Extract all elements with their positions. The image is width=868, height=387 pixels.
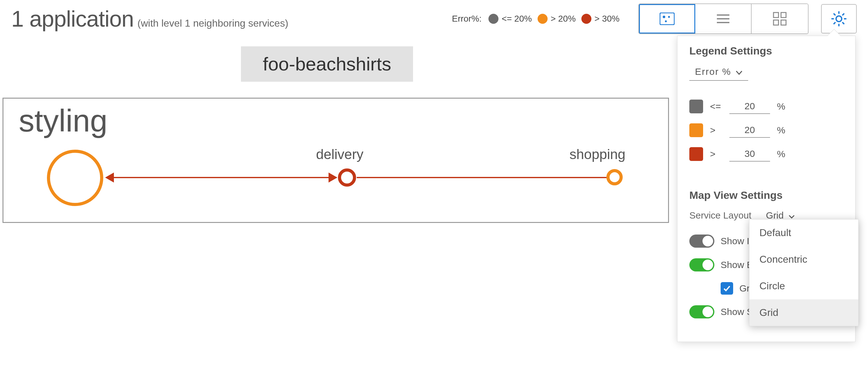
svg-point-1 [663, 16, 665, 18]
svg-point-2 [668, 16, 670, 18]
layout-option-circle[interactable]: Circle [749, 273, 858, 299]
svg-rect-8 [781, 12, 786, 18]
svg-point-3 [665, 20, 667, 22]
header: 1 application (with level 1 neighboring … [0, 0, 868, 34]
legend-text-1: <= 20% [502, 14, 532, 24]
svg-rect-0 [660, 13, 674, 25]
threshold-op-2: > [710, 125, 722, 136]
legend-dot-orange [537, 14, 548, 24]
legend-item-3: > 30% [581, 14, 620, 24]
svg-point-11 [836, 16, 842, 22]
svg-rect-10 [781, 20, 786, 25]
svg-line-19 [842, 13, 844, 16]
gear-icon [831, 11, 847, 27]
legend-text-3: > 30% [594, 14, 620, 24]
title-block: 1 application (with level 1 neighboring … [11, 6, 452, 32]
service-node-styling[interactable] [47, 150, 103, 206]
settings-button[interactable] [821, 4, 857, 33]
edge-styling-delivery[interactable] [112, 177, 337, 178]
swatch-orange[interactable] [689, 123, 703, 137]
svg-line-16 [834, 13, 835, 16]
legend-dot-red [581, 14, 591, 24]
service-node-delivery[interactable] [338, 169, 356, 187]
legend-inline: Error%: <= 20% > 20% > 30% [452, 14, 620, 24]
grid-icon [773, 12, 787, 26]
svg-rect-7 [774, 12, 778, 18]
legend-item-1: <= 20% [489, 14, 532, 24]
list-icon [716, 13, 731, 24]
swatch-red[interactable] [689, 147, 703, 161]
threshold-value-2[interactable] [730, 123, 770, 138]
svg-rect-9 [774, 20, 778, 25]
legend-threshold-row-2: > % [689, 123, 843, 138]
page-subtitle: (with level 1 neighboring services) [137, 18, 288, 29]
legend-threshold-row-1: <= % [689, 99, 843, 114]
layout-option-default[interactable]: Default [749, 219, 858, 246]
svg-line-18 [834, 22, 835, 24]
application-chip[interactable]: foo-beachshirts [241, 46, 413, 82]
legend-dot-grey [489, 14, 498, 24]
threshold-op-3: > [710, 149, 722, 159]
show-isolated-toggle[interactable] [689, 235, 714, 248]
service-label-shopping: shopping [569, 147, 625, 162]
svg-line-17 [842, 22, 844, 24]
list-view-button[interactable] [695, 4, 752, 33]
map-view-settings-title: Map View Settings [689, 189, 843, 201]
grid-view-button[interactable] [752, 4, 808, 33]
view-button-group [638, 3, 809, 34]
layout-option-concentric[interactable]: Concentric [749, 246, 858, 273]
map-view-button[interactable] [639, 4, 695, 33]
layout-option-grid[interactable]: Grid [749, 299, 858, 326]
legend-threshold-row-3: > % [689, 147, 843, 161]
service-node-shopping[interactable] [607, 169, 623, 185]
legend-label: Error%: [452, 14, 482, 24]
threshold-unit-2: % [777, 125, 785, 136]
arrowhead-left-icon [105, 173, 114, 182]
map-icon [660, 12, 675, 25]
threshold-value-3[interactable] [730, 147, 770, 161]
group-checkbox[interactable] [721, 282, 733, 295]
threshold-op-1: <= [710, 101, 722, 112]
service-layout-label: Service Layout [689, 210, 751, 220]
threshold-unit-3: % [777, 149, 785, 159]
check-icon [723, 284, 731, 293]
threshold-value-1[interactable] [730, 99, 770, 114]
edge-delivery-shopping[interactable] [357, 177, 607, 178]
legend-metric-dropdown[interactable]: Error % [689, 64, 748, 81]
swatch-grey[interactable] [689, 99, 703, 113]
legend-text-2: > 20% [551, 14, 576, 24]
page-title: 1 application [11, 6, 134, 32]
service-label-delivery: delivery [316, 147, 364, 162]
legend-settings-title: Legend Settings [689, 45, 843, 57]
legend-item-2: > 20% [537, 14, 576, 24]
service-label-styling: styling [19, 103, 107, 139]
show-service-toggle[interactable] [689, 305, 714, 319]
threshold-unit-1: % [777, 101, 785, 112]
arrowhead-right-icon [329, 173, 337, 182]
show-external-toggle[interactable] [689, 258, 714, 271]
legend-metric-value: Error % [695, 66, 731, 77]
chevron-down-icon [736, 66, 743, 77]
service-layout-menu: Default Concentric Circle Grid [749, 219, 859, 326]
